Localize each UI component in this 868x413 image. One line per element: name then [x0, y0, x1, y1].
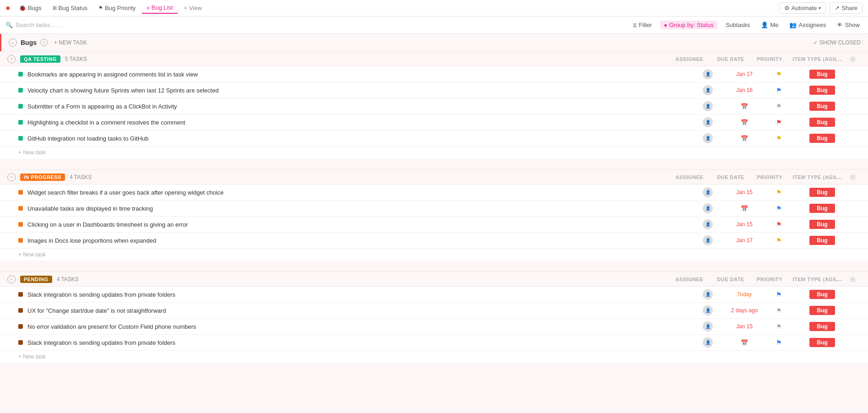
item-type-col-header: ITEM TYPE (AGIL... — [790, 174, 845, 180]
filter-button[interactable]: ⧖ Filter — [630, 21, 655, 30]
pending-header: ○ PENDING 4 TASKS ASSIGNEE DUE DATE PRIO… — [0, 272, 868, 287]
calendar-icon: 📅 — [741, 135, 748, 142]
due-date: Jan 15 — [726, 323, 763, 330]
table-row[interactable]: Submitter of a Form is appearing as a Cl… — [0, 98, 868, 114]
pending-group: ○ PENDING 4 TASKS ASSIGNEE DUE DATE PRIO… — [0, 272, 868, 363]
new-task-row[interactable]: + New task — [0, 351, 868, 363]
table-row[interactable]: Bookmarks are appearing in assigned comm… — [0, 66, 868, 82]
in-progress-label: IN PROGRESS — [20, 174, 65, 181]
status-dot — [18, 340, 23, 345]
status-dot — [18, 324, 23, 329]
collapse-bugs-button[interactable]: ○ — [9, 38, 17, 47]
new-task-row[interactable]: + New task — [0, 249, 868, 261]
task-name: Highlighting a checklist in a comment re… — [27, 119, 689, 126]
due-date-col-header: DUE DATE — [712, 56, 749, 62]
table-row[interactable]: Images in Docs lose proportions when exp… — [0, 233, 868, 249]
due-date: Jan 16 — [726, 87, 763, 93]
add-col-button[interactable]: ⊕ — [850, 173, 856, 181]
task-name: Unavailable tasks are displayed in time … — [27, 205, 689, 212]
pending-label: PENDING — [20, 276, 52, 283]
search-input[interactable]: Search tasks... — [16, 22, 55, 28]
assignees-button[interactable]: 👥 Assignees — [787, 21, 829, 29]
more-options-icon[interactable]: ... — [58, 22, 65, 28]
status-dot — [18, 222, 23, 227]
priority-flag: ⚑ — [776, 291, 782, 298]
item-type-col-header: ITEM TYPE (AGIL... — [790, 277, 845, 282]
item-type-col-header: ITEM TYPE (AGIL... — [790, 56, 845, 62]
avatar: 👤 — [703, 321, 713, 331]
task-name: Slack integration is sending updates fro… — [27, 339, 689, 346]
table-row[interactable]: Unavailable tasks are displayed in time … — [0, 201, 868, 217]
group-by-button[interactable]: ● Group by: Status — [660, 21, 717, 29]
table-row[interactable]: Clicking on a user in Dashboards timeshe… — [0, 217, 868, 233]
bug-badge: Bug — [809, 188, 835, 197]
table-row[interactable]: UX for "Change start/due date" is not st… — [0, 303, 868, 319]
nav-bug-status[interactable]: ⊞ Bug Status — [48, 3, 92, 13]
automate-button[interactable]: ⚙ Automate ▾ — [779, 2, 826, 14]
share-button[interactable]: ↗ Share — [830, 2, 863, 14]
nav-bug-list[interactable]: ≡ Bug List — [142, 2, 177, 14]
task-name: GitHub integration not loading tasks to … — [27, 135, 689, 142]
priority-col-header: PRIORITY — [754, 56, 786, 62]
task-name: Widget search filter breaks if a user go… — [27, 189, 689, 196]
due-date: Jan 15 — [726, 189, 763, 196]
table-row[interactable]: Velocity chart is showing future Sprints… — [0, 82, 868, 98]
qa-task-count: 5 TASKS — [65, 56, 87, 62]
table-row[interactable]: No error validation are present for Cust… — [0, 319, 868, 335]
calendar-icon: 📅 — [741, 103, 748, 110]
task-name: Submitter of a Form is appearing as a Cl… — [27, 103, 689, 110]
table-row[interactable]: Highlighting a checklist in a comment re… — [0, 114, 868, 130]
due-date: Jan 15 — [726, 221, 763, 228]
collapse-in-progress-button[interactable]: ○ — [7, 173, 16, 181]
due-date: 📅 — [726, 135, 763, 142]
new-task-row[interactable]: + New task — [0, 147, 868, 158]
bug-badge: Bug — [809, 118, 835, 127]
priority-col-header: PRIORITY — [754, 277, 786, 282]
in-progress-header: ○ IN PROGRESS 4 TASKS ASSIGNEE DUE DATE … — [0, 169, 868, 185]
table-row[interactable]: GitHub integration not loading tasks to … — [0, 130, 868, 147]
add-col-button[interactable]: ⊕ — [850, 275, 856, 283]
calendar-icon: 📅 — [741, 119, 748, 126]
table-row[interactable]: Widget search filter breaks if a user go… — [0, 185, 868, 201]
info-icon[interactable]: i — [40, 39, 48, 46]
automate-icon: ⚙ — [784, 5, 790, 11]
avatar: 👤 — [703, 85, 713, 95]
calendar-icon: 📅 — [741, 205, 748, 212]
task-name: Velocity chart is showing future Sprints… — [27, 87, 689, 94]
bugs-title: Bugs — [21, 39, 37, 46]
new-task-button[interactable]: + NEW TASK — [51, 38, 90, 47]
show-closed-button[interactable]: ✓ SHOW CLOSED — [813, 39, 861, 46]
assignee-col-header: ASSIGNEE — [671, 277, 708, 282]
due-date: Jan 17 — [726, 71, 763, 77]
subtasks-button[interactable]: Subtasks — [723, 21, 753, 29]
bug-badge: Bug — [809, 322, 835, 331]
add-view-button[interactable]: + View — [179, 3, 206, 13]
task-name: UX for "Change start/due date" is not st… — [27, 307, 689, 314]
bug-icon: 🐞 — [19, 5, 26, 11]
table-row[interactable]: Slack integration is sending updates fro… — [0, 287, 868, 303]
check-icon: ✓ — [813, 39, 818, 46]
status-dot — [18, 136, 23, 141]
collapse-pending-button[interactable]: ○ — [7, 275, 16, 283]
search-icon: 🔍 — [5, 22, 13, 28]
in-progress-task-count: 4 TASKS — [70, 174, 92, 180]
add-col-button[interactable]: ⊕ — [850, 55, 856, 63]
in-progress-group: ○ IN PROGRESS 4 TASKS ASSIGNEE DUE DATE … — [0, 169, 868, 261]
nav-bugs[interactable]: 🐞 Bugs — [14, 3, 46, 13]
table-row[interactable]: Slack integration is sending updates fro… — [0, 335, 868, 351]
collapse-qa-button[interactable]: ○ — [7, 55, 16, 63]
task-name: No error validation are present for Cust… — [27, 323, 689, 330]
show-button[interactable]: 👁 Show — [834, 21, 863, 29]
due-date: 📅 — [726, 103, 763, 110]
bugs-section-header: ○ Bugs i + NEW TASK ✓ SHOW CLOSED — [0, 34, 868, 51]
toolbar: 🔍 Search tasks... ... ⧖ Filter ● Group b… — [0, 16, 868, 34]
nav-bug-priority[interactable]: ⚑ Bug Priority — [94, 3, 140, 13]
me-button[interactable]: 👤 Me — [758, 21, 781, 29]
bug-badge: Bug — [809, 220, 835, 229]
priority-flag: ⚑ — [776, 71, 782, 78]
filter-icon: ⧖ — [633, 22, 637, 29]
priority-col-header: PRIORITY — [754, 174, 786, 180]
main-content: ○ Bugs i + NEW TASK ✓ SHOW CLOSED ○ QA T… — [0, 34, 868, 413]
bug-badge: Bug — [809, 134, 835, 143]
bug-badge: Bug — [809, 306, 835, 315]
